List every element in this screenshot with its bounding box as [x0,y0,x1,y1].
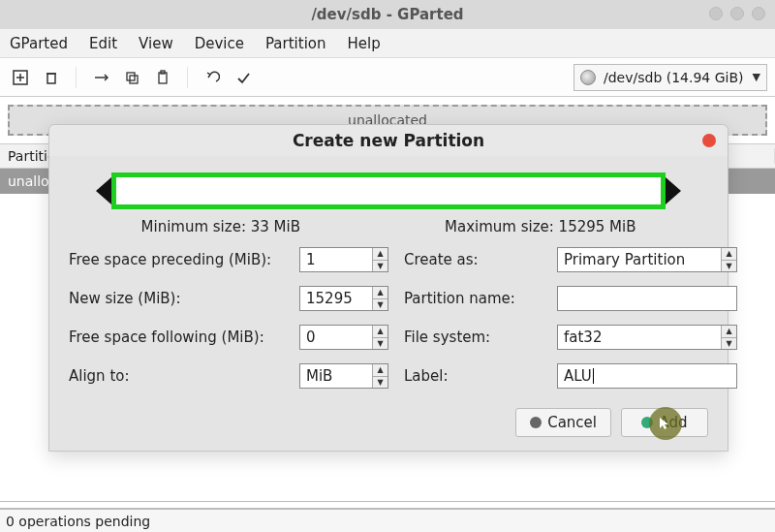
free-following-value: 0 [306,329,316,346]
cancel-button-label: Cancel [547,414,597,431]
label-label: Label: [404,367,549,385]
dialog-titlebar: Create new Partition [49,125,728,156]
menu-device[interactable]: Device [195,35,244,52]
device-label: /dev/sdb (14.94 GiB) [604,70,744,85]
resize-icon[interactable] [88,65,113,90]
add-button[interactable]: Add [621,408,708,437]
svg-rect-6 [127,73,135,80]
text-cursor [593,368,594,384]
slider-right-handle[interactable] [666,177,681,204]
device-selector[interactable]: /dev/sdb (14.94 GiB) ▼ [574,64,767,91]
mouse-cursor-icon [649,407,682,440]
filesystem-value: fat32 [564,329,602,346]
create-as-label: Create as: [404,251,549,268]
slider-left-handle[interactable] [96,177,111,204]
partition-name-input[interactable] [557,286,737,311]
dialog-title: Create new Partition [293,131,484,150]
cancel-button[interactable]: Cancel [515,408,611,437]
new-size-input[interactable]: 15295 ▲▼ [299,286,388,311]
status-text: 0 operations pending [6,514,150,529]
delete-icon[interactable] [39,65,64,90]
stepper-icon[interactable]: ▲▼ [372,326,388,349]
label-input[interactable]: ALU [557,363,737,389]
stepper-icon[interactable]: ▲▼ [372,287,388,310]
stepper-icon[interactable]: ▲▼ [721,326,736,349]
create-partition-dialog: Create new Partition Minimum size: 33 Mi… [48,124,728,452]
filesystem-label: File system: [404,329,549,346]
window-buttons [709,7,765,20]
partition-name-label: Partition name: [404,290,549,307]
create-as-value: Primary Partition [564,251,685,268]
new-size-label: New size (MiB): [69,290,292,307]
new-size-value: 15295 [306,290,353,307]
minimize-button[interactable] [709,7,723,20]
align-to-value: MiB [306,367,332,385]
paste-icon[interactable] [150,65,175,90]
min-size-label: Minimum size: 33 MiB [141,218,300,235]
stepper-icon[interactable]: ▲▼ [372,248,388,271]
stepper-icon[interactable]: ▲▼ [721,248,736,271]
stepper-icon[interactable]: ▲▼ [372,364,388,388]
free-preceding-value: 1 [306,251,316,268]
align-to-label: Align to: [69,367,292,385]
apply-icon[interactable] [231,65,256,90]
free-preceding-label: Free space preceding (MiB): [69,251,292,268]
toolbar: /dev/sdb (14.94 GiB) ▼ [0,58,775,97]
max-size-label: Maximum size: 15295 MiB [445,218,636,235]
menu-edit[interactable]: Edit [89,35,117,52]
close-button[interactable] [752,7,765,20]
cancel-icon [530,417,542,428]
toolbar-separator-2 [187,67,188,88]
svg-rect-3 [47,74,55,83]
size-slider[interactable] [98,170,679,212]
dialog-form: Free space preceding (MiB): 1 ▲▼ Create … [69,247,708,389]
dialog-close-button[interactable] [702,134,716,147]
filesystem-select[interactable]: fat32 ▲▼ [557,325,737,350]
create-as-select[interactable]: Primary Partition ▲▼ [557,247,737,272]
menu-view[interactable]: View [139,35,173,52]
new-partition-icon[interactable] [8,65,33,90]
maximize-button[interactable] [730,7,744,20]
menu-partition[interactable]: Partition [265,35,326,52]
free-preceding-input[interactable]: 1 ▲▼ [299,247,388,272]
svg-rect-8 [159,73,167,83]
chevron-down-icon: ▼ [753,71,760,83]
menu-help[interactable]: Help [348,35,381,52]
menubar: GParted Edit View Device Partition Help [0,29,775,58]
statusbar: 0 operations pending [0,509,775,532]
free-following-label: Free space following (MiB): [69,329,292,346]
svg-rect-7 [130,76,138,83]
label-value: ALU [564,367,592,385]
separator [0,501,775,502]
window-title: /dev/sdb - GParted [10,6,765,23]
titlebar: /dev/sdb - GParted [0,0,775,29]
slider-track[interactable] [111,172,666,209]
toolbar-separator [76,67,77,88]
align-to-select[interactable]: MiB ▲▼ [299,363,388,389]
menu-gparted[interactable]: GParted [10,35,68,52]
undo-icon[interactable] [200,65,225,90]
dialog-button-row: Cancel Add [69,408,708,437]
disk-icon [580,70,596,85]
toolbar-left [8,65,256,90]
size-labels: Minimum size: 33 MiB Maximum size: 15295… [69,218,708,235]
copy-icon[interactable] [119,65,144,90]
dialog-body: Minimum size: 33 MiB Maximum size: 15295… [49,156,728,451]
free-following-input[interactable]: 0 ▲▼ [299,325,388,350]
